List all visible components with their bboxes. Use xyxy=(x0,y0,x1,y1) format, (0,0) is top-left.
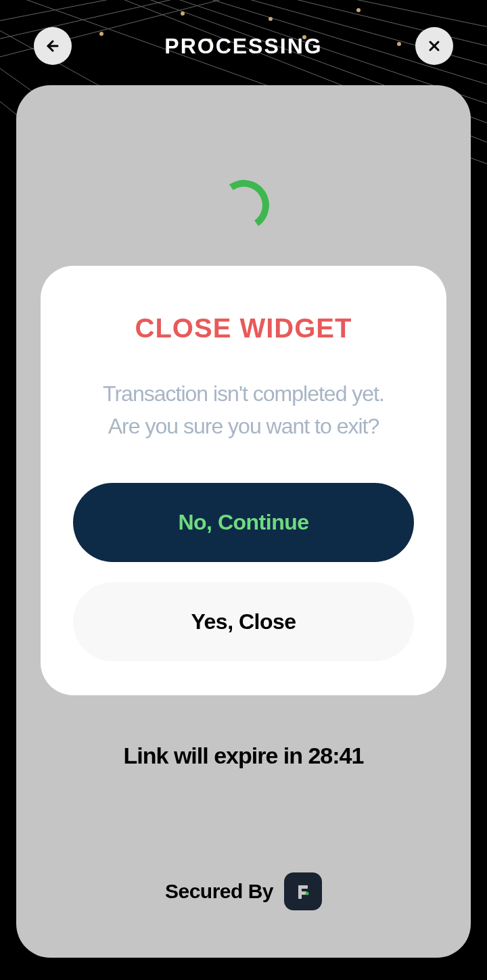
modal-title: CLOSE WIDGET xyxy=(73,313,414,344)
header: PROCESSING xyxy=(0,0,487,85)
close-icon xyxy=(426,38,442,54)
spinner-container xyxy=(41,112,446,258)
back-button[interactable] xyxy=(34,27,72,65)
logo-icon xyxy=(293,881,313,902)
modal-message: Transaction isn't completed yet. Are you… xyxy=(73,377,414,442)
secured-by-label: Secured By xyxy=(165,880,273,903)
arrow-left-icon xyxy=(45,38,61,54)
svg-point-28 xyxy=(306,892,309,895)
close-confirmation-modal: CLOSE WIDGET Transaction isn't completed… xyxy=(41,266,446,695)
footer: Secured By xyxy=(41,872,446,931)
provider-logo xyxy=(284,872,322,910)
loading-spinner-icon xyxy=(214,176,273,235)
continue-button[interactable]: No, Continue xyxy=(73,483,414,562)
confirm-close-button[interactable]: Yes, Close xyxy=(73,582,414,661)
main-panel: CLOSE WIDGET Transaction isn't completed… xyxy=(16,85,471,958)
close-button[interactable] xyxy=(415,27,453,65)
expire-text: Link will expire in 28:41 xyxy=(41,743,446,769)
header-title: PROCESSING xyxy=(164,34,322,59)
